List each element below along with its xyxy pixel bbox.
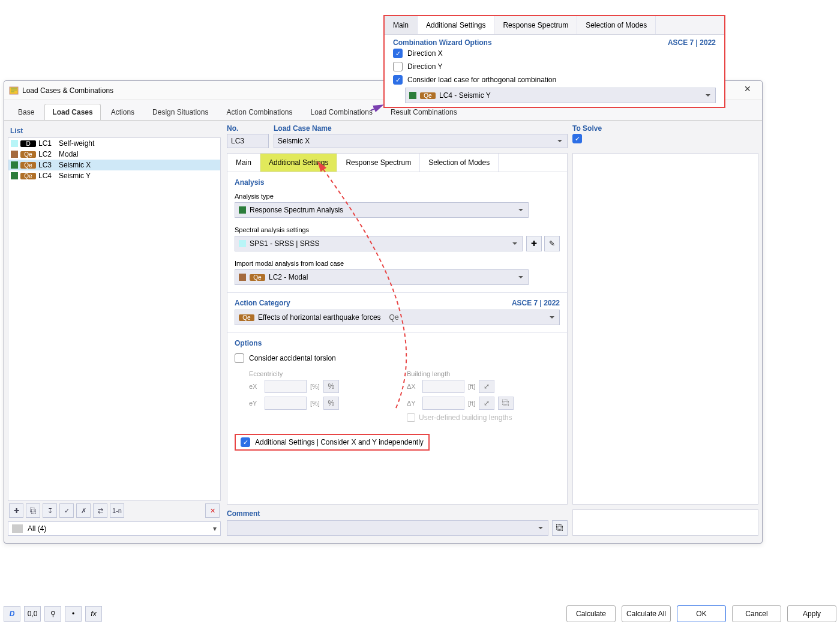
torsion-label: Consider accidental torsion: [249, 354, 336, 362]
tab-action-comb[interactable]: Action Combinations: [218, 104, 300, 120]
callout-panel: Main Additional Settings Response Spectr…: [383, 15, 725, 108]
check-on-button[interactable]: ✓: [59, 503, 74, 518]
tab-design[interactable]: Design Situations: [145, 104, 216, 120]
xy-highlight-box: Additional Settings | Consider X and Y i…: [235, 434, 430, 451]
analysis-header: Analysis: [227, 172, 567, 188]
preview-box-1: [572, 153, 758, 505]
filter-label: All (4): [28, 524, 46, 533]
left-panel: List DLC1Self-weightQeLC2ModalQeLC3Seism…: [8, 124, 221, 536]
itab-addl[interactable]: Additional Settings: [260, 154, 337, 172]
renumber-button[interactable]: ⇄: [93, 503, 107, 518]
action-select[interactable]: QeEffects of horizontal earthquake force…: [235, 310, 560, 325]
analysis-type-select[interactable]: Response Spectrum Analysis: [235, 202, 529, 218]
dirx-checkbox[interactable]: [393, 49, 403, 58]
window-title: Load Cases & Combinations: [22, 86, 113, 95]
ortho-label: Consider load case for orthogonal combin…: [407, 76, 556, 84]
load-case-list[interactable]: DLC1Self-weightQeLC2ModalQeLC3Seismic XQ…: [8, 137, 221, 501]
bottom-bar: D 0,0 ⚲ • fx Calculate Calculate All OK …: [4, 604, 836, 624]
no-input[interactable]: LC3: [227, 134, 269, 148]
tab-base[interactable]: Base: [10, 104, 42, 120]
ex-pct-button[interactable]: %: [323, 380, 339, 393]
dx-input[interactable]: [422, 380, 464, 393]
ctab-response[interactable]: Response Spectrum: [494, 16, 577, 34]
analysis-type-label: Analysis type: [227, 188, 567, 201]
name-select[interactable]: Seismic X: [274, 134, 568, 148]
new-spectral-button[interactable]: ✚: [526, 236, 542, 251]
diry-label: Direction Y: [407, 62, 442, 71]
apply-button[interactable]: Apply: [787, 605, 836, 622]
list-item[interactable]: QeLC2Modal: [8, 149, 220, 160]
ey-pct-button[interactable]: %: [323, 397, 339, 410]
function-icon[interactable]: fx: [85, 606, 102, 622]
right-panel: No. LC3 Load Case Name Seismic X To Solv…: [227, 124, 758, 536]
action-standard: ASCE 7 | 2022: [512, 293, 567, 307]
callout-standard: ASCE 7 | 2022: [668, 38, 716, 47]
xy-independent-label: Additional Settings | Consider X and Y i…: [255, 438, 424, 446]
dy-input[interactable]: [422, 397, 464, 410]
list-filter[interactable]: All (4) ▾: [8, 521, 221, 536]
import-select[interactable]: QeLC2 - Modal: [235, 269, 529, 285]
ctab-modes[interactable]: Selection of Modes: [577, 16, 656, 34]
copy-button[interactable]: ⿻: [26, 503, 40, 518]
action-header: Action Category: [227, 293, 298, 308]
dialog-window: Load Cases & Combinations ✕ Base Load Ca…: [4, 80, 763, 544]
itab-response[interactable]: Response Spectrum: [337, 154, 420, 172]
bldg-label: Building length: [407, 370, 553, 377]
ex-input[interactable]: [265, 380, 307, 393]
sort-button[interactable]: ↧: [43, 503, 57, 518]
preview-box-2: [572, 509, 758, 536]
spectral-label: Spectral analysis settings: [227, 221, 567, 235]
ctab-main[interactable]: Main: [385, 16, 418, 34]
help-icon[interactable]: D: [4, 606, 20, 622]
torsion-checkbox[interactable]: [235, 353, 244, 363]
solve-label: To Solve: [572, 124, 758, 134]
delete-button[interactable]: ✕: [205, 503, 220, 518]
range-button[interactable]: 1-n: [110, 503, 124, 518]
list-header: List: [8, 124, 221, 137]
diry-checkbox[interactable]: [393, 62, 403, 71]
tab-actions[interactable]: Actions: [103, 104, 142, 120]
tab-load-comb[interactable]: Load Combinations: [303, 104, 380, 120]
name-label: Load Case Name: [274, 124, 568, 134]
units-icon[interactable]: 0,0: [24, 606, 41, 622]
itab-main[interactable]: Main: [227, 154, 260, 172]
list-item[interactable]: QeLC3Seismic X: [8, 160, 220, 170]
app-icon: [9, 86, 19, 95]
edit-spectral-button[interactable]: ✎: [544, 236, 560, 251]
import-label: Import modal analysis from load case: [227, 255, 567, 268]
no-label: No.: [227, 124, 269, 134]
tab-load-cases[interactable]: Load Cases: [44, 104, 100, 120]
ok-button[interactable]: OK: [677, 605, 726, 622]
udbl-checkbox: [407, 413, 415, 422]
calculate-all-button[interactable]: Calculate All: [622, 605, 671, 622]
callout-header: Combination Wizard Options: [393, 38, 492, 47]
itab-modes[interactable]: Selection of Modes: [420, 154, 499, 172]
solve-checkbox[interactable]: [572, 134, 582, 143]
dy-pick-button[interactable]: ⤢: [479, 397, 494, 410]
new-button[interactable]: ✚: [9, 503, 23, 518]
dirx-label: Direction X: [407, 49, 443, 58]
list-item[interactable]: DLC1Self-weight: [8, 138, 220, 149]
dy-copy-button[interactable]: ⿻: [498, 397, 514, 410]
options-header: Options: [227, 333, 567, 349]
ctab-addl[interactable]: Additional Settings: [418, 16, 494, 34]
status-icon[interactable]: •: [65, 606, 82, 622]
list-toolbar: ✚ ⿻ ↧ ✓ ✗ ⇄ 1-n ✕: [8, 501, 221, 520]
inner-tabs: Main Additional Settings Response Spectr…: [227, 154, 567, 172]
dx-pick-button[interactable]: ⤢: [479, 380, 494, 393]
close-icon[interactable]: ✕: [733, 80, 762, 98]
spectral-select[interactable]: SPS1 - SRSS | SRSS: [235, 236, 523, 251]
ecc-label: Eccentricity: [249, 370, 395, 377]
diagnostics-icon[interactable]: ⚲: [44, 606, 61, 622]
calculate-button[interactable]: Calculate: [566, 605, 616, 622]
main-content: Main Additional Settings Response Spectr…: [227, 153, 568, 505]
comment-edit-button[interactable]: ⿻: [552, 520, 568, 536]
cancel-button[interactable]: Cancel: [732, 605, 781, 622]
ortho-checkbox[interactable]: [393, 75, 403, 85]
ortho-select[interactable]: QeLC4 - Seismic Y: [405, 88, 716, 103]
list-item[interactable]: QeLC4Seismic Y: [8, 170, 220, 181]
check-off-button[interactable]: ✗: [76, 503, 91, 518]
comment-input[interactable]: [227, 520, 548, 536]
ey-input[interactable]: [265, 397, 307, 410]
xy-independent-checkbox[interactable]: [241, 437, 250, 447]
